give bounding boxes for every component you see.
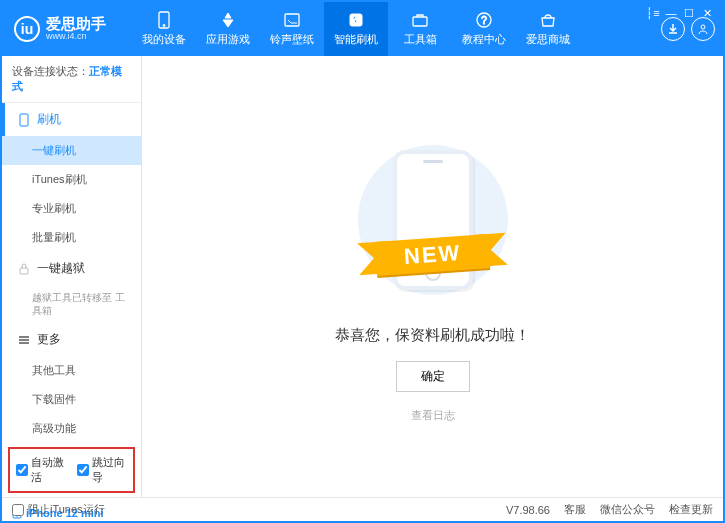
svg-point-1 [163, 25, 165, 27]
wechat-link[interactable]: 微信公众号 [600, 502, 655, 517]
nav-app[interactable]: 应用游戏 [196, 2, 260, 56]
header: iu 爱思助手 www.i4.cn 我的设备应用游戏铃声壁纸智能刷机工具箱?教程… [2, 2, 723, 56]
nav-phone[interactable]: 我的设备 [132, 2, 196, 56]
connection-status: 设备连接状态：正常模式 [2, 56, 141, 103]
sidebar-item[interactable]: 批量刷机 [2, 223, 141, 252]
options-highlight: 自动激活 跳过向导 [8, 447, 135, 493]
svg-rect-9 [20, 268, 28, 274]
settings-button[interactable]: ┆≡ [645, 6, 661, 20]
new-ribbon: NEW [375, 234, 490, 276]
view-log-link[interactable]: 查看日志 [411, 408, 455, 423]
skip-guide-checkbox[interactable]: 跳过向导 [77, 455, 128, 485]
logo-icon: iu [14, 16, 40, 42]
store-icon [539, 11, 557, 29]
toolbox-icon [411, 11, 429, 29]
sidebar-section-一键越狱[interactable]: 一键越狱 [2, 252, 141, 285]
app-icon [219, 11, 237, 29]
wallpaper-icon [283, 11, 301, 29]
maximize-button[interactable]: ☐ [681, 6, 697, 20]
sidebar-item[interactable]: 一键刷机 [2, 136, 141, 165]
nav-flash[interactable]: 智能刷机 [324, 2, 388, 56]
nav-toolbox[interactable]: 工具箱 [388, 2, 452, 56]
auto-activate-checkbox[interactable]: 自动激活 [16, 455, 67, 485]
sidebar-item[interactable]: iTunes刷机 [2, 165, 141, 194]
minimize-button[interactable]: — [663, 6, 679, 20]
app-subtitle: www.i4.cn [46, 32, 106, 42]
nav-wallpaper[interactable]: 铃声壁纸 [260, 2, 324, 56]
sidebar: 设备连接状态：正常模式 刷机一键刷机iTunes刷机专业刷机批量刷机一键越狱越狱… [2, 56, 142, 497]
main-panel: NEW 恭喜您，保资料刷机成功啦！ 确定 查看日志 [142, 56, 723, 497]
more-icon [17, 333, 31, 347]
svg-rect-2 [285, 14, 299, 26]
version-label: V7.98.66 [506, 504, 550, 516]
close-button[interactable]: ✕ [699, 6, 715, 20]
phone-small-icon [17, 113, 31, 127]
sidebar-item[interactable]: 其他工具 [2, 356, 141, 385]
block-itunes-checkbox[interactable]: 阻止iTunes运行 [12, 502, 105, 517]
service-link[interactable]: 客服 [564, 502, 586, 517]
lock-icon [17, 262, 31, 276]
nav-store[interactable]: 爱思商城 [516, 2, 580, 56]
top-nav: 我的设备应用游戏铃声壁纸智能刷机工具箱?教程中心爱思商城 [132, 2, 661, 56]
update-link[interactable]: 检查更新 [669, 502, 713, 517]
flash-icon [347, 11, 365, 29]
success-illustration: NEW [343, 130, 523, 310]
phone-icon [155, 11, 173, 29]
download-icon[interactable] [661, 17, 685, 41]
help-icon: ? [475, 11, 493, 29]
sidebar-note: 越狱工具已转移至 工具箱 [2, 285, 141, 323]
sidebar-item[interactable]: 下载固件 [2, 385, 141, 414]
confirm-button[interactable]: 确定 [396, 361, 470, 392]
nav-help[interactable]: ?教程中心 [452, 2, 516, 56]
svg-rect-4 [413, 17, 427, 26]
success-message: 恭喜您，保资料刷机成功啦！ [335, 326, 530, 345]
user-icon[interactable] [691, 17, 715, 41]
app-title: 爱思助手 [46, 16, 106, 33]
sidebar-item[interactable]: 专业刷机 [2, 194, 141, 223]
sidebar-section-刷机[interactable]: 刷机 [2, 103, 141, 136]
sidebar-section-更多[interactable]: 更多 [2, 323, 141, 356]
svg-text:?: ? [481, 15, 487, 26]
svg-rect-8 [20, 114, 28, 126]
svg-point-7 [701, 25, 705, 29]
logo[interactable]: iu 爱思助手 www.i4.cn [14, 16, 132, 42]
sidebar-item[interactable]: 高级功能 [2, 414, 141, 443]
